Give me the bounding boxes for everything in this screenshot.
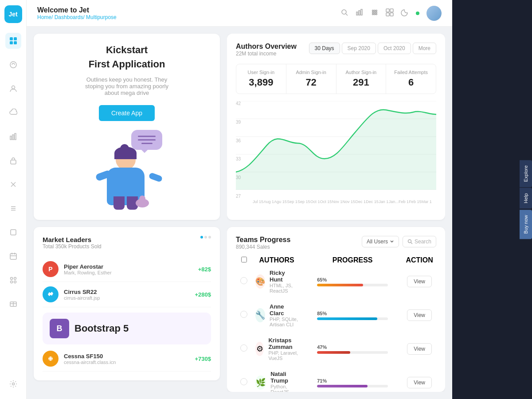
x-dec15: Dec 15 [366,200,379,204]
market-value-cirrus: +280$ [195,291,211,298]
market-logo-cirrus [43,286,59,302]
tab-oct2020[interactable]: Oct 2020 [378,43,411,54]
sidebar-item-chart[interactable] [5,129,21,145]
stat-label-author: Author Sign-in [344,70,379,75]
breadcrumb-dashboards[interactable]: Dashboards/ [55,14,85,20]
sidebar-item-settings[interactable] [5,376,21,392]
teams-title: Teams Progress [236,236,290,244]
progress-anne: 85% [317,311,388,320]
user-avatar[interactable] [426,6,442,21]
breadcrumb-home[interactable]: Home/ [37,14,53,20]
dot-2 [204,236,207,239]
dark-mode-icon[interactable] [401,8,409,18]
row-checkbox-kristaps[interactable] [240,344,247,352]
author-kristaps: ⚙ Kristaps Zumman PHP, Laravel, VueJS [255,337,298,361]
view-btn-natali[interactable]: View [407,377,432,388]
svg-rect-7 [15,133,16,140]
side-buttons: Explore Help Buy now [520,160,532,239]
authors-title: Authors Overview [236,43,297,51]
tab-more[interactable]: More [413,43,436,54]
row-checkbox-ricky[interactable] [240,277,247,284]
view-btn-kristaps[interactable]: View [407,343,432,355]
market-dots [200,236,211,239]
search-placeholder: Search [415,239,431,245]
tab-30days[interactable]: 30 Days [309,43,340,54]
search-icon[interactable] [340,8,348,18]
market-header: Market Leaders Total 350k Products Sold [43,236,211,250]
create-app-button[interactable]: Create App [99,105,155,121]
svg-line-28 [346,14,348,16]
dot-1 [200,236,203,239]
market-sub-cessna: cessna-aircraft.class.icn [64,360,189,365]
x-mar1: Mar 1 [422,200,432,204]
help-button[interactable]: Help [520,188,532,209]
svg-rect-5 [10,136,12,140]
svg-rect-43 [386,13,389,16]
progress-natali: 71% [317,378,388,387]
bootstrap-icon: B [50,319,69,338]
sidebar-item-lock[interactable] [5,153,21,168]
x-oct1: Oct 1 [310,200,320,204]
market-value-cessna: +730$ [195,356,211,362]
svg-rect-30 [359,11,360,15]
svg-rect-44 [390,13,393,16]
svg-rect-2 [10,41,13,44]
sidebar-item-fingerprint[interactable] [5,57,21,73]
x-jan: Jan... [389,200,399,204]
svg-rect-14 [11,230,16,235]
authors-chart: 42 39 36 33 30 27 [236,101,436,199]
sidebar-item-box[interactable] [5,224,21,240]
stat-label-user: User Sign-in [243,70,279,75]
stat-value-failed: 6 [393,77,429,88]
row-checkbox-natali[interactable] [240,378,247,385]
sidebar-item-calendar[interactable] [5,248,21,264]
tech-anne: PHP, SQLite, Artisan CLI [270,317,298,327]
buy-now-button[interactable]: Buy now [520,210,532,239]
view-btn-anne[interactable]: View [407,309,432,321]
svg-point-20 [14,278,16,280]
teams-controls: All Users Search [362,236,436,247]
x-agu15: Agu 15 [274,200,287,204]
sidebar-item-widgets[interactable] [5,272,21,288]
svg-rect-42 [390,9,393,12]
chart-svg [236,101,436,190]
sidebar-item-cloud[interactable] [5,105,21,121]
sidebar-item-table[interactable] [5,296,21,312]
x-oct15: Oct 15 [320,200,332,204]
sidebar-item-grid[interactable] [5,33,21,49]
grid-icon[interactable] [371,8,379,18]
tab-sep2020[interactable]: Sep 2020 [342,43,376,54]
col-action: ACTION [403,256,435,264]
select-all-checkbox[interactable] [241,257,247,262]
progress-kristaps: 47% [317,344,388,354]
svg-point-4 [12,86,15,89]
explore-button[interactable]: Explore [520,160,532,187]
all-users-select[interactable]: All Users [362,236,399,247]
progress-label-ricky: 65% [317,277,388,282]
stat-value-author: 291 [344,77,379,88]
analytics-icon[interactable] [356,8,364,18]
market-sub-piper: Mark, Rowling, Esther [64,270,193,275]
page-title: Welcome to Jet [37,6,117,14]
authors-subtitle: 22M total income [236,51,297,57]
header: Welcome to Jet Home/ Dashboards/ Multipu… [27,0,452,27]
sidebar-item-close[interactable] [5,176,21,192]
authors-tabs: 30 Days Sep 2020 Oct 2020 More [309,43,436,54]
market-info-cessna: Cessna SF150 cessna-aircraft.class.icn [64,353,189,365]
sidebar-item-user[interactable] [5,81,21,97]
market-leaders-card: Market Leaders Total 350k Products Sold … [34,227,220,380]
search-box[interactable]: Search [403,236,436,247]
breadcrumb-current: Multipurpose [86,14,117,20]
stat-user-signin: User Sign-in 3,899 [236,64,286,94]
x-jan1: Jan 1 [379,200,388,204]
teams-progress-card: Teams Progress 890,344 Sales All Users S… [227,227,445,392]
svg-line-53 [411,243,412,244]
view-btn-ricky[interactable]: View [407,276,432,287]
table-row: 🎨 Ricky Hunt HTML, JS, ReactJS [237,265,435,298]
menu-icon[interactable] [386,8,394,18]
row-checkbox-anne[interactable] [240,311,247,318]
app-logo[interactable]: Jet [4,5,22,23]
sidebar-item-list[interactable] [5,200,21,216]
chart-x-axis: Jul 15 Aug 1 Agu 15 Sep 1 Sep 15 Oct 1 O… [248,200,436,204]
svg-point-34 [376,10,377,11]
